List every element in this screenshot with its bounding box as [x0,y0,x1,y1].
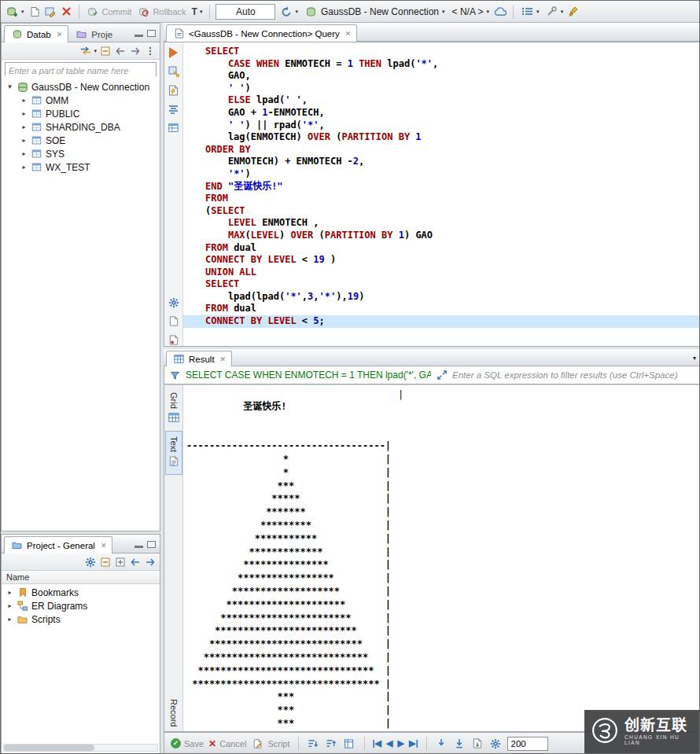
code-line[interactable]: CONNECT BY LEVEL < 19 ) [183,254,700,267]
transaction-mode-button[interactable]: T ▾ [190,5,204,19]
expand-icon[interactable] [435,369,448,382]
schema-item-soe[interactable]: ▸SOE [2,134,160,147]
expand-twisty-icon[interactable]: ▸ [20,150,28,157]
cancel-button[interactable]: ✕ Cancel [208,738,246,749]
code-line[interactable]: GAO, [183,70,700,83]
toggle-filter-icon[interactable] [307,737,320,750]
expand-twisty-icon[interactable]: ▸ [20,123,28,131]
tab-project-explorer[interactable]: Proje [68,25,119,42]
code-line[interactable]: ' ') || rpad('*', [183,120,700,132]
save-button[interactable]: ✓ Save [171,738,204,748]
new-worksheet-icon[interactable] [167,315,180,327]
expand-twisty-icon[interactable]: ▸ [6,616,13,623]
open-script-icon[interactable] [28,5,42,18]
next-page-button[interactable]: ▶ [398,738,404,748]
connection-combo[interactable]: GaussDB - New Connection ▾ [302,3,448,20]
back-icon[interactable] [128,555,142,568]
execute-plan-icon[interactable] [167,65,180,77]
refresh-button[interactable]: ▾ [278,3,300,20]
forward-icon[interactable] [128,44,142,57]
code-line[interactable]: GAO + 1-ENMOTECH, [183,107,700,120]
clean-icon[interactable] [567,5,580,18]
tab-database-navigator[interactable]: Datab ✕ [4,25,68,42]
schema-item-public[interactable]: ▸PUBLIC [2,107,160,120]
collapse-twisty-icon[interactable]: ▼ [6,83,13,90]
tab-project-general[interactable]: Project - General ✕ [4,536,112,554]
forward-icon[interactable] [143,555,157,568]
minimize-icon[interactable] [134,35,143,37]
code-line[interactable]: lpad(lpad('*',3,'*'),19) [183,291,700,303]
schema-item-omm[interactable]: ▸OMM [2,94,160,107]
code-line[interactable]: SELECT [183,278,700,291]
view-menu-caret-icon[interactable]: ▾ [693,355,700,366]
show-ddl-icon[interactable] [167,122,180,134]
project-item-scripts[interactable]: ▸Scripts [2,612,160,626]
disconnect-icon[interactable] [60,5,73,18]
view-options-button[interactable]: ▾ [519,3,541,20]
close-icon[interactable]: ✕ [220,355,227,363]
code-line[interactable]: CASE WHEN ENMOTECH = 1 THEN lpad('*', [183,58,700,71]
page-size-input[interactable] [507,737,548,751]
schema-combo[interactable]: < N/A > ▾ [450,5,492,19]
code-line[interactable]: LEVEL ENMOTECH , [183,217,700,230]
fetch-next-icon[interactable] [435,737,448,750]
commit-button[interactable]: Commit [85,3,134,20]
code-line[interactable]: ORDER BY [183,144,700,156]
link-with-editor-icon[interactable] [79,44,92,57]
collapse-all-icon[interactable] [98,555,112,568]
code-line[interactable]: FROM [183,193,700,205]
caret-down-icon[interactable]: ▾ [94,48,97,53]
code-line[interactable]: lag(ENMOTECH) OVER (PARTITION BY 1 [183,131,700,144]
table-search-input[interactable] [6,64,156,77]
project-item-er-diagrams[interactable]: ▸ER Diagrams [2,599,160,612]
edit-connection-icon[interactable] [44,5,57,18]
save-script-icon[interactable] [167,334,180,346]
schema-item-wx_test[interactable]: ▸WX_TEST [2,160,160,174]
settings-gear-icon[interactable] [83,555,97,568]
expand-all-icon[interactable] [113,555,127,568]
format-sql-icon[interactable] [167,103,180,115]
close-icon[interactable]: ✕ [345,30,352,38]
tab-record-view[interactable]: Record [165,694,182,731]
expand-twisty-icon[interactable]: ▸ [20,97,28,104]
collapse-all-icon[interactable] [98,44,112,57]
code-line[interactable]: UNION ALL [183,267,700,279]
code-line[interactable]: MAX(LEVEL) OVER (PARTITION BY 1) GAO [183,230,700,242]
expand-twisty-icon[interactable]: ▸ [20,164,28,171]
expand-twisty-icon[interactable]: ▸ [20,137,28,144]
export-result-icon[interactable] [471,737,484,750]
commit-mode-combo[interactable]: Auto [216,4,275,20]
code-line[interactable]: '*') [183,168,700,181]
filter-funnel-icon[interactable] [168,369,182,382]
fetch-all-icon[interactable] [453,737,466,750]
name-column-header[interactable]: Name [2,571,160,584]
maximize-icon[interactable] [147,541,156,548]
script-button[interactable]: Script [251,737,289,750]
schema-item-sys[interactable]: ▸SYS [2,147,160,160]
result-filter-input[interactable] [452,370,696,380]
back-icon[interactable] [113,44,127,57]
first-page-button[interactable]: |◀ [373,738,382,748]
last-page-button[interactable]: ▶| [409,738,418,748]
code-line[interactable]: (SELECT [183,205,700,218]
compile-icon[interactable] [167,84,180,96]
code-line[interactable]: ENMOTECH) + ENMOTECH -2, [183,156,700,168]
code-line[interactable]: FROM dual [183,303,700,315]
code-line[interactable]: END "圣诞快乐!" [183,181,700,193]
project-item-bookmarks[interactable]: ▸Bookmarks [2,586,160,599]
expand-twisty-icon[interactable]: ▸ [6,589,13,596]
schema-item-sharding_dba[interactable]: ▸SHARDING_DBA [2,120,160,134]
column-settings-icon[interactable] [343,737,356,750]
view-menu-icon[interactable] [143,44,157,57]
new-connection-button[interactable]: ▾ [4,3,26,20]
tab-text-view[interactable]: Text [165,431,182,475]
sql-code-area[interactable]: SELECT CASE WHEN ENMOTECH = 1 THEN lpad(… [183,42,700,346]
expand-twisty-icon[interactable]: ▸ [20,110,28,117]
execute-query-icon[interactable] [167,46,180,58]
code-line[interactable]: ' ') [183,83,700,95]
code-line[interactable]: SELECT [183,46,700,58]
cloud-icon[interactable] [494,5,507,18]
editor-settings-icon[interactable] [167,296,180,308]
tab-grid-view[interactable]: Grid [165,388,182,431]
code-line[interactable]: FROM dual [183,242,700,255]
